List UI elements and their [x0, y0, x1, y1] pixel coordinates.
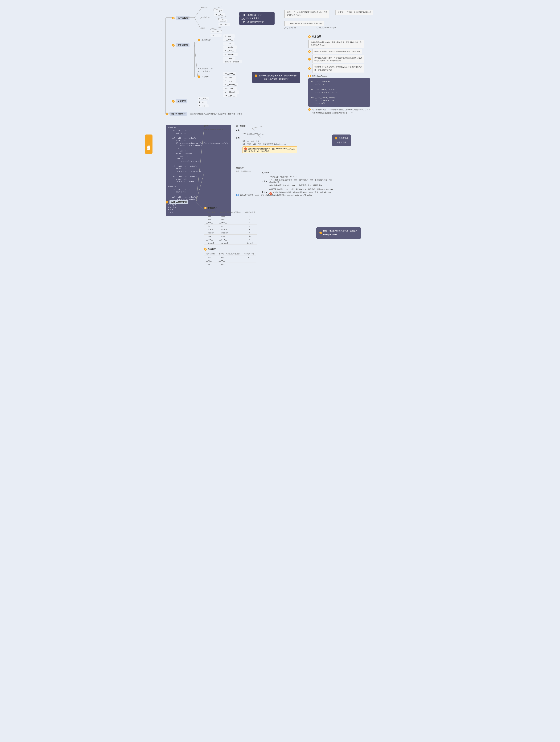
arith-new-ops: + __add__ - __sub__ * __mul__ / __truedi… — [223, 35, 242, 63]
compare-op-label: 1 比较运算符 — [172, 16, 190, 20]
svg-line-21 — [195, 45, 198, 77]
main-title: 运算符重载 — [145, 135, 152, 154]
compare-decorator: functools.total_ordering装饰器可以实现此功能 — [284, 21, 324, 26]
isub-op: -= __isub__ — [223, 76, 239, 79]
add-op: + __add__ — [223, 35, 242, 38]
table-row: __pow____rpow__** — [204, 238, 257, 241]
app-item-4-row: 4 很多类中都不会主动实现运算符重载，因为不知道使用者的意图，所以需要手动调用 — [308, 64, 364, 72]
eq-item: == __eq__ — [210, 30, 222, 33]
le-item: <= __le__ — [214, 13, 225, 16]
reverse-op-table: 1 算数运算符 运算符重载 未实现，调用的反向运算符 对应运算符号 __add_… — [204, 207, 257, 266]
table-row: __or____ror__| — [204, 259, 256, 262]
lessthan-group: lessthan < __lt__ <= __le__ — [201, 6, 225, 16]
b-class-note: 3 注意: 类型不符无法相加的时候，返回NotImplemented，否则无法触… — [243, 146, 297, 153]
ifloordiv-op: //= __ifloordiv__ — [223, 91, 239, 94]
greaterthan-group: greaterthan __gt__ >= __ge__ — [201, 16, 230, 26]
import-op-section: 1 import operator operator模块实现了上述方法以及其他运… — [166, 112, 242, 116]
arith-op-table: 运算符重载 未实现，调用的反向运算符 对应运算符号 __add____radd_… — [204, 211, 257, 245]
table-row: __add____radd__+ — [204, 214, 257, 218]
two-obj-section: 两个类对象 A类 A类中实现了__radd__方法 B类 B类中未__add__… — [236, 125, 297, 153]
compare-tip-right2: 使用这个技巧运行，很少使用下面的装饰器 — [336, 10, 373, 15]
table-row: __xor____rxor__^ — [204, 262, 256, 266]
reverse-op-main-label: 1 反向运算符重载 — [166, 200, 188, 204]
b-class-section: B类 B类中未__add__方法 B类中实现__add__方法，但是返回值为No… — [236, 137, 297, 153]
svg-line-7 — [195, 18, 201, 29]
xor-op: ^ __xor__ — [198, 104, 209, 107]
trigger-note-box: 1 触发：对应算术运算符未实现 / 返回值为NotImplemented — [316, 227, 361, 239]
div-op: / __truediv__ — [223, 46, 242, 49]
lt-note: >、<实现其中一个就可以 — [316, 26, 336, 29]
a-class-section: A类 A类中实现了__radd__方法 — [236, 129, 297, 135]
pow-op: ** __pow__ — [223, 57, 242, 60]
app-code-example: 1 举例: class Person: def __init__(self,x)… — [308, 75, 370, 107]
create-obj-label: 1 生成新对象 — [198, 39, 211, 41]
gt-item: __gt__ — [218, 19, 230, 22]
bit-op-label: 1 位运算符 — [172, 99, 188, 103]
table-row: __floordiv____rfloordiv// — [204, 231, 257, 234]
compare-tip-box: _eq_ 可以推断出不等于 _gt_ 可以推断出小于 _ge_ 可以推断出小于等… — [239, 12, 274, 25]
inplace-label: 1 就地修改 — [198, 75, 209, 78]
table-row: __div____rdiv__/ — [204, 224, 257, 228]
iadd-op: += __iadd__ — [223, 72, 239, 75]
ipow-op: **= __ipow__ — [223, 94, 239, 97]
compare-tip-right1: 使用此技巧，在类中不需要全部实现这些方法，只需要实现这三个方法 — [284, 10, 329, 18]
ne-item: != __ne__ — [210, 34, 222, 37]
itruediv-op: /= __itruediv__ — [223, 83, 239, 86]
note-final: 2 如果A类中未实现__radd__方法，报TypeError: unsuppo… — [236, 194, 312, 196]
page-container: 1 比较运算符 lessthan < __lt__ <= __le__ grea… — [140, 3, 420, 374]
arith-op-label: 1 算数运算符 — [172, 43, 190, 47]
bit-op-table: 运算符重载 未实现，调用的反向运算符 对应运算符号 __and____rand_… — [204, 252, 256, 266]
lt-item: < __lt__ — [214, 9, 225, 12]
sub-op: - __sub__ — [223, 38, 242, 41]
trigger-section: 触发条件 注意: 顺序不能颠倒 — [236, 166, 251, 174]
floordiv-op: // __floordiv__ — [223, 53, 242, 56]
imod-op: %= __mod__ — [223, 87, 239, 90]
bit-ops-list: & __and__ | __or__ ^ __xor__ — [198, 97, 209, 107]
arith-tip-box: 1 如果未实现就地修改的方法，就调用对应的生成新对象的去除！前缀的方法 — [252, 72, 300, 83]
ge-item: >= __ge__ — [218, 23, 230, 26]
table-row: __truediv____rtruediv__// — [204, 228, 257, 231]
table-row: __and____rand__& — [204, 256, 256, 259]
formula-ba: b + a B类的实例 + A类的实例，即b + a； b + a，解释器发现B… — [262, 176, 334, 187]
svg-line-6 — [195, 18, 201, 18]
app-note-tuple: 4 元组这种特殊类型，往往会做解释器优化，如果单例，请使用列表、字符串 — [308, 108, 370, 111]
app-item-2-row: 2 提供运算符重载，更符合该领域使用者的习惯，目的化操作 — [308, 49, 364, 54]
svg-line-5 — [195, 9, 201, 18]
table-row: __mod____rmod__% — [204, 234, 257, 238]
mod-op: % __mod__ — [223, 49, 242, 52]
mul-op: * __mul__ — [223, 42, 242, 45]
table-row: __mul____rmul__* — [204, 221, 257, 224]
define-label: 定义 运算符重载中的方向方法 — [204, 125, 223, 131]
arith-table: 1 算数运算符 运算符重载 未实现，调用的反向运算符 对应运算符号 __add_… — [204, 207, 257, 245]
equal-group: equal == __eq__ != __ne__ — [201, 27, 222, 37]
app-note-mutable: 可变类型的就地修改和不可变类型的就地修改不一样 — [308, 112, 370, 114]
app-scene-panel: 1 应用场景 往往使用面向对象的实例，需要大量的运算，而运算符在数学上是最常见的… — [308, 35, 370, 114]
imul-op: *= __imul__ — [223, 80, 239, 83]
and-op: & __and__ — [198, 97, 209, 100]
unimpl-badge: 3 通称未实现 但本质不同 — [332, 135, 351, 146]
bit-table: 1 位运算符 运算符重载 未实现，调用的反向运算符 对应运算符号 __and__… — [204, 248, 257, 266]
table-row: __sub____rsub__- — [204, 218, 257, 221]
arith-inplace-ops: += __iadd__ -= __isub__ *= __imul__ /= _… — [223, 72, 239, 97]
svg-line-20 — [195, 42, 198, 45]
app-item-3-row: 3 类中实现了运算符重载，可以在类中使用相应的运算符，提高编写代码效率，并且代码… — [308, 55, 364, 63]
table-row: __divmod____rdivmoddivmod — [204, 241, 257, 245]
magic-tip: 魔术方法前缀！-> in - place, 就地修改 — [198, 67, 218, 72]
eq-note: _eq_ 必须实现 — [284, 26, 296, 29]
or-op: | __or__ — [198, 101, 209, 104]
divmod-op: divmod __divmod__ — [223, 60, 242, 63]
app-item-1: 往往使用面向对象的实例，需要大量的运算，而运算符在数学上是最常见的表达方式 — [308, 40, 364, 48]
